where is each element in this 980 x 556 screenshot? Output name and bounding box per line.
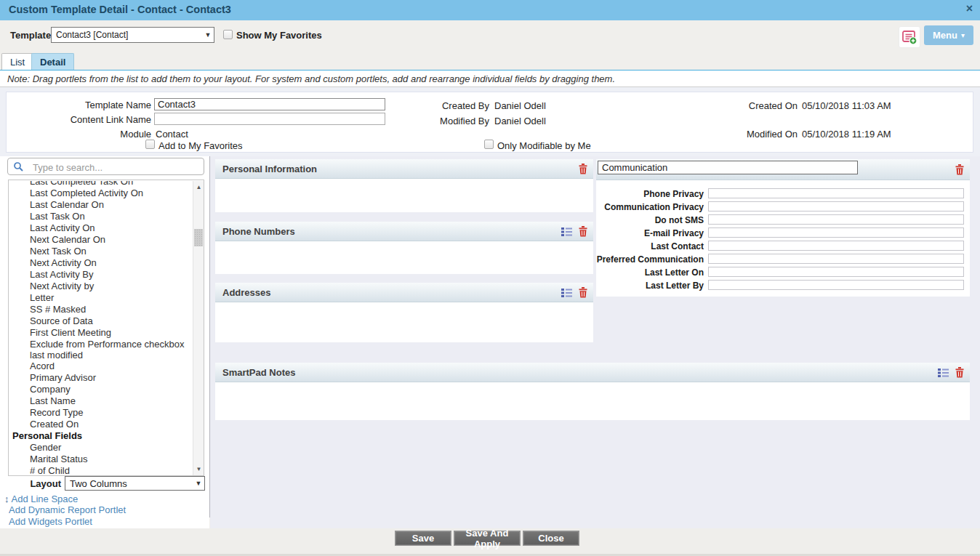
comm-field-input [708, 241, 964, 251]
tab-bar: List Detail [0, 51, 980, 70]
field-list-item[interactable]: Letter [9, 292, 191, 304]
scroll-thumb[interactable] [194, 229, 203, 246]
portlet-body[interactable]: Phone Privacy Communication Privacy Do n… [596, 180, 970, 297]
template-name-input[interactable] [154, 98, 385, 110]
only-modifiable-checkbox[interactable] [484, 140, 494, 149]
tab-list[interactable]: List [1, 53, 33, 70]
chevron-down-icon: ▼ [202, 31, 214, 39]
list-fields-icon[interactable] [561, 288, 572, 297]
field-list-item[interactable]: Created On [9, 419, 191, 430]
field-list-item[interactable]: Next Calendar On [9, 234, 191, 246]
field-list-item[interactable]: # of Child [9, 465, 191, 475]
portlet-personal-information: Personal Information [215, 159, 593, 212]
field-list-item[interactable]: Last Completed Activity On [9, 188, 191, 199]
search-input[interactable] [31, 160, 201, 174]
portlet-header[interactable]: SmartPad Notes [215, 363, 970, 382]
portlet-communication: Phone Privacy Communication Privacy Do n… [596, 159, 970, 297]
comm-field-row[interactable]: Do not SMS [596, 214, 970, 227]
portlet-phone-numbers: Phone Numbers [215, 222, 593, 274]
add-dynamic-report-portlet-link[interactable]: Add Dynamic Report Portlet [9, 504, 126, 515]
comm-field-row[interactable]: Communication Privacy [596, 201, 970, 214]
comm-field-input [708, 214, 964, 225]
close-button[interactable]: Close [523, 531, 579, 546]
comm-field-row[interactable]: Phone Privacy [596, 188, 970, 201]
field-list-item[interactable]: Next Activity by [9, 281, 191, 292]
field-list-item[interactable]: First Client Meeting [9, 327, 191, 339]
trash-icon[interactable] [579, 164, 587, 174]
created-on-label: Created On [661, 100, 798, 111]
field-list-scrollbar[interactable]: ▲ ▼ [193, 181, 204, 475]
portlet-title: Phone Numbers [222, 226, 295, 237]
comm-field-input [708, 188, 964, 198]
show-my-favorites-checkbox[interactable] [223, 30, 233, 39]
note-bar: Note: Drag portlets from the list to add… [0, 70, 980, 87]
field-list-item[interactable]: Last Activity On [9, 222, 191, 234]
portlet-body[interactable] [215, 179, 593, 212]
portlet-header[interactable]: Addresses [215, 283, 593, 302]
field-list-item[interactable]: Company [9, 384, 191, 395]
trash-icon[interactable] [955, 164, 964, 175]
field-list-item[interactable]: Last Calendar On [9, 199, 191, 211]
layout-dropdown[interactable]: Two Columns ▼ [65, 476, 205, 491]
save-button[interactable]: Save [395, 531, 451, 546]
scroll-up-icon[interactable]: ▲ [193, 184, 204, 190]
portlet-header[interactable] [596, 159, 970, 180]
trash-icon[interactable] [955, 367, 964, 378]
field-list-item[interactable]: Source of Data [9, 315, 191, 327]
template-name-label: Template Name [7, 100, 151, 110]
comm-field-row[interactable]: Last Letter On [596, 266, 970, 279]
field-list-item[interactable]: Last Task On [9, 211, 191, 222]
trash-icon[interactable] [579, 226, 587, 237]
field-list-item[interactable]: Last Activity By [9, 269, 191, 281]
module-label: Module [7, 129, 151, 140]
list-fields-icon[interactable] [938, 368, 949, 377]
comm-field-label: Do not SMS [596, 215, 704, 225]
portlet-body[interactable] [215, 302, 593, 342]
portlet-title: Personal Information [222, 164, 317, 174]
field-list-item[interactable]: SS # Masked [9, 304, 191, 315]
comm-field-row[interactable]: Last Contact [596, 240, 970, 253]
note-text: Note: Drag portlets from the list to add… [7, 73, 615, 84]
field-list-item[interactable]: Record Type [9, 407, 191, 419]
module-value: Contact [156, 129, 188, 140]
template-dropdown[interactable]: Contact3 [Contact] ▼ [51, 27, 214, 43]
comm-field-label: E-mail Privacy [596, 228, 704, 238]
comm-field-input [708, 201, 964, 211]
field-list-item[interactable]: Gender [9, 442, 191, 454]
field-list-item[interactable]: Last Name [9, 395, 191, 407]
portlet-header[interactable]: Phone Numbers [215, 222, 593, 241]
comm-field-row[interactable]: E-mail Privacy [596, 227, 970, 240]
tab-detail[interactable]: Detail [31, 53, 74, 70]
save-and-apply-button[interactable]: Save And Apply [454, 531, 521, 546]
field-list-item[interactable]: Acord [9, 360, 191, 372]
comm-field-row[interactable]: Last Letter By [596, 279, 970, 292]
portlet-addresses: Addresses [215, 283, 593, 342]
modified-by-value: Daniel Odell [494, 116, 546, 126]
add-line-space-link[interactable]: ↕Add Line Space [4, 493, 78, 504]
field-list-item[interactable]: Next Task On [9, 246, 191, 257]
field-list-item[interactable]: Exclude from Performance checkbox last m… [9, 339, 191, 360]
portlet-header[interactable]: Personal Information [215, 159, 593, 179]
portlet-body[interactable] [215, 382, 970, 420]
field-list-item[interactable]: Last Completed Task On [9, 181, 191, 188]
field-list-item[interactable]: Marital Status [9, 454, 191, 465]
content-link-name-input[interactable] [154, 113, 385, 125]
add-widgets-portlet-link[interactable]: Add Widgets Portlet [9, 516, 92, 527]
field-list-item[interactable]: Primary Advisor [9, 372, 191, 384]
list-fields-icon[interactable] [561, 227, 572, 236]
scroll-down-icon[interactable]: ▼ [193, 466, 204, 472]
window-titlebar: Custom Template Detail - Contact - Conta… [0, 0, 980, 20]
comm-field-row[interactable]: Preferred Communication [596, 253, 970, 266]
comm-field-label: Last Letter On [596, 267, 704, 278]
communication-title-input[interactable] [598, 161, 858, 174]
field-list-item[interactable]: Next Activity On [9, 257, 191, 269]
add-template-icon[interactable] [899, 26, 920, 48]
trash-icon[interactable] [579, 287, 587, 298]
add-to-favorites-checkbox[interactable] [145, 140, 155, 149]
created-by-value: Daniel Odell [494, 100, 546, 111]
close-icon[interactable]: × [966, 2, 973, 15]
menu-button[interactable]: Menu ▾ [924, 25, 973, 45]
comm-field-label: Preferred Communication [596, 254, 704, 265]
field-list-item[interactable]: Personal Fields [9, 430, 191, 442]
portlet-body[interactable] [215, 241, 593, 274]
